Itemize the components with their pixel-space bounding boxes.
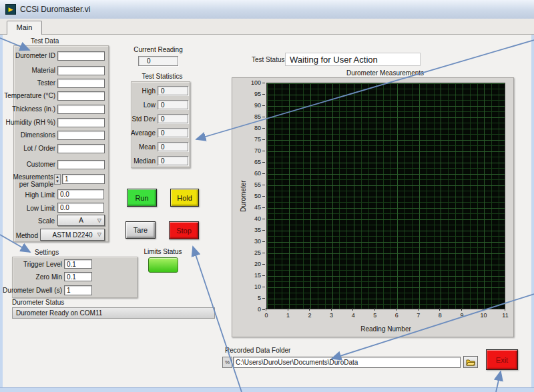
y-tick-label: 75	[243, 136, 261, 143]
scale-value: A	[79, 217, 83, 224]
current-reading-label: Current Reading	[134, 46, 183, 53]
y-tick-label: 45	[243, 204, 261, 211]
high-limit-input[interactable]	[57, 189, 104, 199]
x-tick-label: 5	[367, 312, 383, 319]
y-tick-label: 55	[243, 181, 261, 188]
label-humidity-rh: Humidity (RH %)	[4, 119, 55, 126]
tab-main[interactable]: Main	[7, 21, 42, 35]
input-tester[interactable]	[57, 79, 105, 88]
scale-dropdown[interactable]: A ▽	[57, 215, 105, 226]
title-bar: ▶ CCSi Duromaster.vi	[0, 0, 534, 19]
input-dimensions[interactable]	[57, 131, 105, 140]
label-thickness-in: Thickness (in.)	[4, 105, 55, 113]
y-tick-label: 10	[243, 283, 261, 290]
input-thickness-in[interactable]	[57, 105, 105, 114]
limits-status-led	[148, 257, 178, 273]
app-icon: ▶	[5, 4, 16, 15]
low-limit-input[interactable]	[57, 203, 104, 213]
x-tick-label: 2	[302, 312, 318, 319]
recorded-data-folder-label: Recorded Data Folder	[225, 347, 290, 354]
stat-value-mean: 0	[158, 142, 188, 151]
y-tick-label: 50	[243, 193, 261, 199]
dropdown-arrow-icon[interactable]: ▽	[97, 231, 101, 237]
label-customer: Customer	[4, 161, 55, 168]
chart-title: Durometer Measurements	[266, 69, 505, 77]
y-tick-label: 95	[243, 91, 261, 97]
current-reading-value: 0	[138, 56, 178, 66]
stat-label-low: Low	[127, 101, 156, 109]
recorded-data-folder-input[interactable]	[233, 357, 461, 368]
test-statistics-group-label: Test Statistics	[135, 73, 190, 80]
durometer-status-value: Durometer Ready on COM11	[12, 307, 215, 319]
tab-bar: Main	[0, 19, 534, 35]
stat-value-high: 0	[158, 86, 188, 95]
chart-plot-area	[266, 83, 505, 309]
input-durometer-id[interactable]	[57, 51, 105, 61]
y-tick-label: 35	[243, 227, 261, 233]
hold-button[interactable]: Hold	[170, 189, 199, 207]
method-value: ASTM D2240	[52, 231, 92, 239]
window-frame-right	[531, 35, 534, 392]
durometer-dwell-label: Durometer Dwell (s)	[3, 287, 62, 294]
x-tick-label: 6	[388, 312, 405, 319]
exit-button[interactable]: Exit	[486, 349, 518, 370]
x-tick-label: 9	[454, 312, 470, 319]
zero-min-input[interactable]	[64, 272, 92, 281]
path-type-icon: %	[222, 357, 232, 368]
x-axis-label: Reading Number	[266, 325, 505, 333]
x-tick-label: 3	[324, 312, 340, 319]
input-temperature-c[interactable]	[57, 91, 105, 101]
x-tick-label: 1	[280, 312, 296, 319]
settings-group-label: Settings	[35, 249, 59, 256]
label-material: Material	[4, 67, 55, 74]
input-lot-order[interactable]	[57, 144, 105, 153]
stat-value-average: 0	[158, 128, 188, 137]
input-humidity-rh[interactable]	[57, 118, 105, 127]
input-material[interactable]	[57, 66, 105, 75]
window-title: CCSi Duromaster.vi	[20, 5, 90, 14]
method-dropdown[interactable]: ASTM D2240 ▽	[40, 229, 105, 241]
label-durometer-id: Durometer ID	[4, 52, 55, 59]
trigger-level-input[interactable]	[64, 259, 92, 269]
label-tester: Tester	[4, 79, 55, 87]
spinner-up-icon[interactable]: ▲	[55, 175, 59, 179]
stat-label-mean: Mean	[127, 143, 156, 151]
dropdown-arrow-icon[interactable]: ▽	[97, 217, 101, 223]
run-button[interactable]: Run	[127, 189, 157, 207]
stat-label-std-dev: Std Dev	[127, 115, 156, 123]
measurements-per-sample-input[interactable]	[62, 174, 105, 184]
stop-button[interactable]: Stop	[169, 221, 199, 239]
chart-panel: Durometer Reading Number 051015202530354…	[232, 77, 514, 337]
window-frame-bottom	[0, 387, 534, 392]
x-tick-label: 7	[411, 312, 427, 319]
y-tick-label: 40	[243, 215, 261, 222]
app-icon-glyph: ▶	[9, 6, 13, 13]
zero-min-label: Zero Min	[12, 273, 62, 281]
durometer-status-label: Durometer Status	[12, 299, 64, 306]
measurements-spinner[interactable]: ▲ ▼	[54, 174, 61, 185]
y-tick-label: 90	[243, 102, 261, 109]
y-tick-label: 20	[243, 261, 261, 267]
input-customer[interactable]	[57, 160, 105, 169]
spinner-down-icon[interactable]: ▼	[55, 179, 59, 184]
y-tick-label: 60	[243, 170, 261, 177]
x-tick-label: 10	[475, 312, 491, 319]
y-tick-label: 5	[243, 295, 261, 301]
x-tick-label: 4	[345, 312, 361, 319]
y-tick-label: 30	[243, 238, 261, 245]
low-limit-label: Low Limit	[4, 205, 55, 212]
label-dimensions: Dimensions	[4, 131, 55, 139]
tare-button[interactable]: Tare	[125, 221, 156, 239]
trigger-level-label: Trigger Level	[12, 261, 62, 268]
stat-label-median: Median	[127, 157, 156, 165]
method-label: Method	[8, 232, 38, 239]
stat-label-average: Average	[127, 129, 156, 137]
test-status-label: Test Status	[252, 56, 284, 63]
label-lot-order: Lot / Order	[4, 145, 55, 152]
folder-icon	[466, 359, 475, 366]
stat-value-low: 0	[158, 100, 188, 109]
y-tick-label: 85	[243, 113, 261, 120]
durometer-dwell-input[interactable]	[64, 285, 92, 295]
x-tick-label: 11	[497, 312, 513, 319]
browse-folder-button[interactable]	[463, 356, 478, 368]
